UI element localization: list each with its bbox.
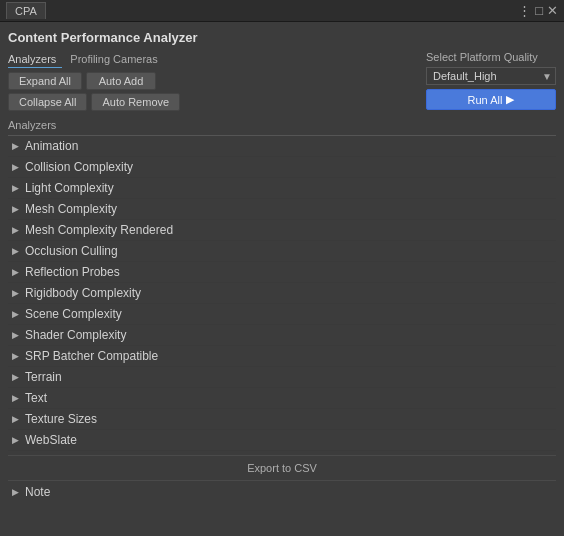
list-item-arrow-icon: ▶ xyxy=(12,435,19,445)
list-item[interactable]: ▶WebSlate xyxy=(8,430,556,451)
list-item[interactable]: ▶Mesh Complexity Rendered xyxy=(8,220,556,241)
list-item-label: Mesh Complexity Rendered xyxy=(25,223,173,237)
list-item-arrow-icon: ▶ xyxy=(12,288,19,298)
list-item-label: Occlusion Culling xyxy=(25,244,118,258)
export-row: Export to CSV xyxy=(8,455,556,481)
btn-row-2: Collapse All Auto Remove xyxy=(8,93,180,111)
list-item-label: Light Complexity xyxy=(25,181,114,195)
list-item-arrow-icon: ▶ xyxy=(12,162,19,172)
app-title: Content Performance Analyzer xyxy=(8,30,556,45)
note-label: Note xyxy=(25,485,50,499)
list-item[interactable]: ▶Reflection Probes xyxy=(8,262,556,283)
list-item[interactable]: ▶Scene Complexity xyxy=(8,304,556,325)
maximize-icon[interactable]: □ xyxy=(535,4,543,17)
list-item[interactable]: ▶Terrain xyxy=(8,367,556,388)
toolbar-left: Analyzers Profiling Cameras Expand All A… xyxy=(8,51,180,111)
list-item-arrow-icon: ▶ xyxy=(12,204,19,214)
list-item-label: Animation xyxy=(25,139,78,153)
list-item-label: Text xyxy=(25,391,47,405)
collapse-all-button[interactable]: Collapse All xyxy=(8,93,87,111)
run-all-icon: ▶ xyxy=(506,93,514,106)
list-item-arrow-icon: ▶ xyxy=(12,372,19,382)
list-item-arrow-icon: ▶ xyxy=(12,141,19,151)
expand-all-button[interactable]: Expand All xyxy=(8,72,82,90)
list-item[interactable]: ▶Animation xyxy=(8,136,556,157)
toolbar-tabs: Analyzers Profiling Cameras xyxy=(8,51,180,68)
analyzers-section-label: Analyzers xyxy=(8,117,556,136)
list-item[interactable]: ▶Rigidbody Complexity xyxy=(8,283,556,304)
list-item[interactable]: ▶Text xyxy=(8,388,556,409)
export-csv-button[interactable]: Export to CSV xyxy=(247,462,317,474)
list-item-arrow-icon: ▶ xyxy=(12,267,19,277)
list-item-arrow-icon: ▶ xyxy=(12,414,19,424)
main-content: Content Performance Analyzer Analyzers P… xyxy=(0,22,564,503)
list-item-label: WebSlate xyxy=(25,433,77,447)
list-item-label: Rigidbody Complexity xyxy=(25,286,141,300)
list-item[interactable]: ▶Collision Complexity xyxy=(8,157,556,178)
run-all-label: Run All xyxy=(468,94,503,106)
note-arrow-icon: ▶ xyxy=(12,487,19,497)
list-item-arrow-icon: ▶ xyxy=(12,330,19,340)
btn-row-1: Expand All Auto Add xyxy=(8,72,180,90)
list-item[interactable]: ▶Occlusion Culling xyxy=(8,241,556,262)
list-item-arrow-icon: ▶ xyxy=(12,246,19,256)
list-item-label: Texture Sizes xyxy=(25,412,97,426)
list-item[interactable]: ▶SRP Batcher Compatible xyxy=(8,346,556,367)
platform-quality-label: Select Platform Quality xyxy=(426,51,538,63)
toolbar-row: Analyzers Profiling Cameras Expand All A… xyxy=(8,51,556,111)
list-item-label: Shader Complexity xyxy=(25,328,126,342)
list-item-label: Reflection Probes xyxy=(25,265,120,279)
close-icon[interactable]: ✕ xyxy=(547,4,558,17)
analyzer-list: ▶Animation▶Collision Complexity▶Light Co… xyxy=(8,136,556,451)
list-item[interactable]: ▶Shader Complexity xyxy=(8,325,556,346)
title-bar: CPA ⋮ □ ✕ xyxy=(0,0,564,22)
note-row[interactable]: ▶ Note xyxy=(8,481,556,503)
run-all-button[interactable]: Run All ▶ xyxy=(426,89,556,110)
list-item-label: Mesh Complexity xyxy=(25,202,117,216)
tab-separator xyxy=(62,51,70,68)
platform-quality-select[interactable]: Default_High Default_Medium Default_Low xyxy=(426,67,556,85)
platform-quality-select-wrapper: Default_High Default_Medium Default_Low … xyxy=(426,67,556,85)
title-bar-left: CPA xyxy=(6,2,46,19)
title-tab[interactable]: CPA xyxy=(6,2,46,19)
list-item-arrow-icon: ▶ xyxy=(12,309,19,319)
list-item-label: Collision Complexity xyxy=(25,160,133,174)
list-item-arrow-icon: ▶ xyxy=(12,183,19,193)
list-item[interactable]: ▶Mesh Complexity xyxy=(8,199,556,220)
list-item-arrow-icon: ▶ xyxy=(12,393,19,403)
list-item-arrow-icon: ▶ xyxy=(12,225,19,235)
title-bar-icons: ⋮ □ ✕ xyxy=(518,4,558,17)
list-item-label: SRP Batcher Compatible xyxy=(25,349,158,363)
tab-analyzers[interactable]: Analyzers xyxy=(8,51,62,68)
auto-add-button[interactable]: Auto Add xyxy=(86,72,156,90)
list-item-label: Terrain xyxy=(25,370,62,384)
tab-profiling-cameras[interactable]: Profiling Cameras xyxy=(70,51,163,68)
list-item[interactable]: ▶Texture Sizes xyxy=(8,409,556,430)
list-item-arrow-icon: ▶ xyxy=(12,351,19,361)
toolbar-right: Select Platform Quality Default_High Def… xyxy=(426,51,556,110)
list-item[interactable]: ▶Light Complexity xyxy=(8,178,556,199)
list-item-label: Scene Complexity xyxy=(25,307,122,321)
menu-icon[interactable]: ⋮ xyxy=(518,4,531,17)
auto-remove-button[interactable]: Auto Remove xyxy=(91,93,180,111)
